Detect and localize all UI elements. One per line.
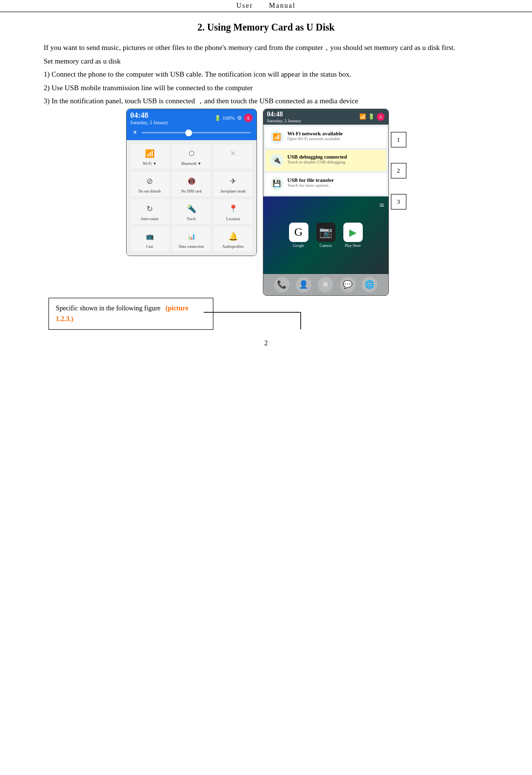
left-phone-time: 04:48 bbox=[130, 111, 169, 120]
right-section: 04:48 Saturday, 2 January 📶 🔋 A 📶 bbox=[263, 109, 406, 296]
autorotate-tile-icon: ↻ bbox=[144, 203, 156, 215]
callout-3: 3 bbox=[391, 194, 406, 210]
phone-dock-contacts[interactable]: 👤 bbox=[296, 277, 311, 292]
right-phone-screen: 04:48 Saturday, 2 January 📶 🔋 A 📶 bbox=[263, 109, 389, 296]
callout-2: 2 bbox=[391, 163, 406, 178]
screenshots-wrapper: 04:48 Saturday, 2 January 🔋 100% ⚙ A ☀ bbox=[29, 109, 503, 330]
torch-tile[interactable]: 🔦 Torch bbox=[172, 199, 211, 224]
dataconn-tile-icon: 📊 bbox=[186, 231, 197, 242]
usb-notif-title: USB debugging connected bbox=[288, 154, 347, 160]
caption-text: Specific shown in the following figure bbox=[56, 305, 161, 312]
right-phone-time: 04:48 bbox=[267, 111, 302, 118]
dataconn-tile-label: Data connection bbox=[178, 244, 204, 249]
usb-notif-icon: 🔌 bbox=[270, 154, 284, 167]
right-phone-status-icons: 📶 🔋 A bbox=[359, 113, 385, 121]
section-title: 2. Using Memory Card as U Disk bbox=[29, 22, 503, 33]
camera-app-icon[interactable]: 📷 Camera bbox=[316, 223, 336, 248]
transfer-notif-icon: 💾 bbox=[270, 177, 284, 191]
para-step2: 2) Use USB mobile transmission line will… bbox=[29, 82, 503, 95]
location-tile-icon: 📍 bbox=[227, 203, 239, 215]
audioprofiles-tile-icon: 🔔 bbox=[227, 231, 239, 242]
location-tile[interactable]: 📍 Location bbox=[214, 199, 253, 224]
nosim-tile-icon: 📵 bbox=[186, 176, 197, 187]
brightness-row: ☀ bbox=[127, 127, 257, 140]
para-step3: 3) In the notification panel, touch USB … bbox=[29, 95, 503, 108]
wifi-notif-title: Wi-Fi network available bbox=[288, 130, 343, 136]
cast-tile[interactable]: 📺 Cast bbox=[130, 227, 169, 252]
cast-tile-icon: 📺 bbox=[144, 231, 156, 242]
dnd-tile[interactable]: ⊘ Do not disturb bbox=[130, 172, 169, 196]
x-tile-icon: ✕ bbox=[227, 148, 239, 160]
phone-dock: 📞 👤 ⊞ 💬 🌐 bbox=[263, 274, 388, 295]
location-tile-label: Location bbox=[226, 217, 240, 221]
left-phone-screen: 04:48 Saturday, 2 January 🔋 100% ⚙ A ☀ bbox=[126, 109, 257, 256]
brightness-slider[interactable] bbox=[142, 132, 251, 133]
caption-row: Specific shown in the following figure (… bbox=[48, 298, 213, 330]
left-phone-date: Saturday, 2 January bbox=[130, 120, 169, 125]
phone-desktop: ≡ G Google 📷 Camera ▶ bbox=[263, 196, 388, 274]
usb-debug-notification[interactable]: 🔌 USB debugging connected Touch to disab… bbox=[265, 150, 387, 171]
phone-dock-apps[interactable]: ⊞ bbox=[318, 277, 333, 292]
phone-dock-messages[interactable]: 💬 bbox=[340, 277, 355, 292]
page-number: 2 bbox=[29, 339, 503, 347]
torch-tile-icon: 🔦 bbox=[186, 203, 197, 215]
page-content: 2. Using Memory Card as U Disk If you wa… bbox=[0, 12, 532, 367]
phones-and-callouts: 04:48 Saturday, 2 January 🔋 100% ⚙ A ☀ bbox=[126, 109, 406, 296]
camera-icon-label: Camera bbox=[320, 243, 332, 248]
bluetooth-tile-icon: ⬡ bbox=[186, 148, 197, 160]
menu-icon: ≡ bbox=[379, 200, 384, 210]
wifi-notification[interactable]: 📶 Wi-Fi network available Open Wi-Fi net… bbox=[265, 127, 387, 148]
right-phone-date: Saturday, 2 January bbox=[267, 118, 302, 123]
autorotate-tile-label: Auto-rotate bbox=[141, 217, 159, 221]
brightness-icon: ☀ bbox=[132, 129, 138, 136]
brightness-thumb[interactable] bbox=[185, 129, 192, 136]
left-phone-status-bar: 04:48 Saturday, 2 January 🔋 100% ⚙ A bbox=[127, 109, 257, 127]
google-app-icon[interactable]: G Google bbox=[289, 223, 308, 248]
google-icon-label: Google bbox=[293, 243, 305, 248]
playstore-app-icon[interactable]: ▶ Play Store bbox=[343, 223, 363, 248]
left-phone-status-icons: 🔋 100% ⚙ A bbox=[214, 113, 252, 122]
usb-transfer-notification[interactable]: 💾 USB for file transfer Touch for more o… bbox=[265, 173, 387, 194]
audioprofiles-tile[interactable]: 🔔 Audioprofiles bbox=[214, 227, 253, 252]
airplane-tile[interactable]: ✈ Aeroplane mode bbox=[214, 172, 253, 196]
x-tile[interactable]: ✕ bbox=[214, 144, 253, 169]
usb-notif-sub: Touch to disable USB debugging. bbox=[288, 160, 347, 164]
autorotate-tile[interactable]: ↻ Auto-rotate bbox=[130, 199, 169, 224]
wifi-notif-icon: 📶 bbox=[270, 130, 284, 144]
signal-icon: 📶 bbox=[359, 113, 366, 120]
para-step0: Set memory card as u disk bbox=[29, 55, 503, 68]
page-header: User Manual bbox=[0, 0, 532, 12]
caption-box: Specific shown in the following figure (… bbox=[48, 298, 213, 330]
wifi-notif-text: Wi-Fi network available Open Wi-Fi netwo… bbox=[288, 130, 343, 141]
avatar-icon-right: A bbox=[377, 113, 385, 121]
battery-icon-right: 🔋 bbox=[368, 113, 375, 120]
right-phone-status-bar: 04:48 Saturday, 2 January 📶 🔋 A bbox=[263, 109, 388, 125]
quick-tiles-grid: 📶 Wi-Fi ▼ ⬡ Bluetooth ▼ ✕ ⊘ Do not di bbox=[127, 140, 257, 256]
wifi-tile-label: Wi-Fi ▼ bbox=[143, 161, 157, 166]
camera-icon-bg: 📷 bbox=[316, 223, 336, 242]
transfer-notif-sub: Touch for more options. bbox=[288, 183, 334, 188]
connector-svg bbox=[204, 303, 369, 332]
phone-dock-call[interactable]: 📞 bbox=[274, 277, 290, 292]
wifi-notif-sub: Open Wi-Fi network available bbox=[288, 136, 343, 141]
battery-icon: 🔋 100% bbox=[214, 115, 235, 121]
nosim-tile[interactable]: 📵 No SIM card bbox=[172, 172, 211, 196]
bluetooth-tile-label: Bluetooth ▼ bbox=[181, 161, 201, 166]
audioprofiles-tile-label: Audioprofiles bbox=[222, 244, 243, 249]
cast-tile-label: Cast bbox=[146, 244, 153, 249]
usb-notif-text: USB debugging connected Touch to disable… bbox=[288, 154, 347, 164]
app-row: G Google 📷 Camera ▶ Play Store bbox=[289, 219, 363, 252]
transfer-notif-text: USB for file transfer Touch for more opt… bbox=[288, 177, 334, 188]
transfer-notif-title: USB for file transfer bbox=[288, 177, 334, 183]
google-icon-bg: G bbox=[289, 223, 308, 242]
header-right: Manual bbox=[269, 2, 296, 9]
wifi-tile[interactable]: 📶 Wi-Fi ▼ bbox=[130, 144, 169, 169]
playstore-icon-label: Play Store bbox=[345, 243, 361, 248]
bluetooth-tile[interactable]: ⬡ Bluetooth ▼ bbox=[172, 144, 211, 169]
para-1: If you want to send music, pictures or o… bbox=[29, 42, 503, 54]
phone-dock-browser[interactable]: 🌐 bbox=[362, 277, 377, 292]
dataconn-tile[interactable]: 📊 Data connection bbox=[172, 227, 211, 252]
nosim-tile-label: No SIM card bbox=[181, 189, 202, 194]
header-left: User bbox=[236, 2, 253, 9]
wifi-tile-icon: 📶 bbox=[144, 148, 156, 160]
